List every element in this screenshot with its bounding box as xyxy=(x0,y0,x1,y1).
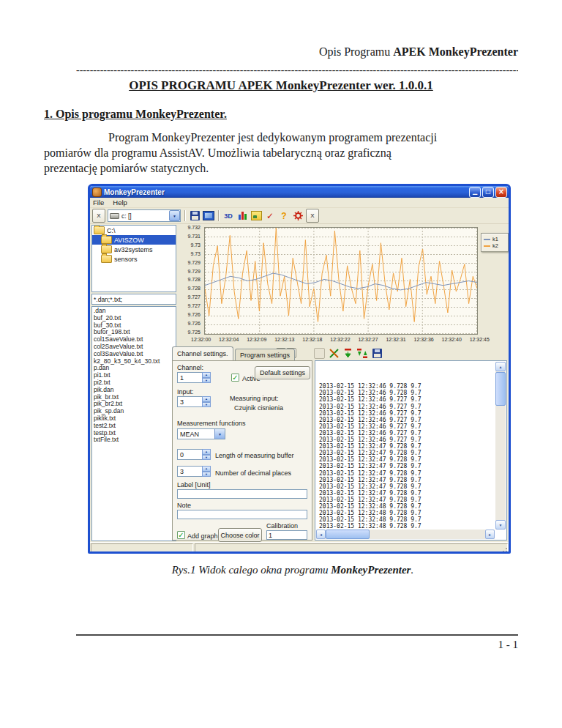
input-value[interactable]: 3 xyxy=(177,396,202,407)
scroll-right-icon[interactable]: ► xyxy=(485,530,495,539)
decimals-stepper[interactable]: 3 ▲▼ xyxy=(177,466,211,477)
exit-button[interactable]: X xyxy=(306,209,319,223)
spin-up-icon[interactable]: ▲ xyxy=(202,396,211,402)
y-tick-label: 9.729 xyxy=(187,260,201,265)
app-icon xyxy=(92,187,102,197)
decimals-value[interactable]: 3 xyxy=(177,466,202,477)
disabled-button xyxy=(314,348,325,359)
x-tick-label: 12:32:45 xyxy=(470,337,490,342)
clear-data-icon[interactable] xyxy=(329,349,339,358)
check-icon: ✓ xyxy=(266,212,274,220)
view-3d-button[interactable]: 3D xyxy=(222,209,234,222)
x-tick-label: 12:32:36 xyxy=(414,337,434,342)
combo-arrow-icon[interactable]: ▼ xyxy=(214,429,225,439)
titlebar[interactable]: MonkeyPrezenter ▁ □ × xyxy=(90,186,509,198)
header-product-name: APEK MonkeyPrezenter xyxy=(393,45,518,58)
data-row: 2013-02-15 12:32:47 9.728 9.7 xyxy=(319,443,495,450)
horizontal-scrollbar[interactable]: ◄ ► xyxy=(316,530,495,539)
note-field[interactable] xyxy=(177,510,307,519)
spin-down-icon[interactable]: ▼ xyxy=(202,378,211,384)
tree-item-label: sensors xyxy=(114,256,138,263)
calibration-field[interactable]: 1 xyxy=(266,530,307,540)
file-list-item[interactable]: txtFile.txt xyxy=(94,437,176,444)
save-data-icon[interactable] xyxy=(372,349,382,358)
close-button[interactable]: × xyxy=(495,187,507,198)
spin-up-icon[interactable]: ▲ xyxy=(202,372,211,378)
chart-svg xyxy=(205,228,477,334)
scroll-left-icon[interactable]: ◄ xyxy=(316,530,326,539)
3d-label: 3D xyxy=(224,212,233,220)
data-row: 2013-02-15 12:32:47 9.728 9.7 xyxy=(319,450,495,456)
folder-icon xyxy=(101,236,112,244)
y-tick-label: 9.726 xyxy=(187,321,201,326)
data-rows[interactable]: 2013-02-15 12:32:46 9.728 9.72013-02-15 … xyxy=(317,363,495,530)
buffer-stepper[interactable]: 0 ▲▼ xyxy=(177,449,211,460)
question-icon: ? xyxy=(281,211,286,221)
data-row: 2013-02-15 12:32:46 9.728 9.7 xyxy=(319,383,495,390)
measuring-input-label: Measuring input: xyxy=(230,395,279,402)
transfer-data-icon[interactable] xyxy=(357,349,368,358)
menu-item[interactable]: Help xyxy=(113,198,127,207)
caption-text: Rys.1 Widok calego okna programu xyxy=(172,564,331,576)
graph-button[interactable] xyxy=(236,209,248,222)
spin-down-icon[interactable]: ▼ xyxy=(202,402,211,408)
scroll-down-icon[interactable]: ▼ xyxy=(495,520,506,530)
settings-button[interactable] xyxy=(292,209,304,222)
add-graph-checkbox[interactable]: ✓ xyxy=(177,531,185,539)
tab[interactable]: Channel settings. xyxy=(172,346,233,360)
figure-caption: Rys.1 Widok calego okna programu MonkeyP… xyxy=(88,564,498,576)
calibration-label: Calibration xyxy=(266,522,298,530)
scroll-up-icon[interactable]: ▲ xyxy=(495,362,506,371)
y-tick-label: 9.731 xyxy=(187,234,201,239)
legend-item: k2 xyxy=(484,242,506,249)
intro-paragraph: Program MonkeyPrezenter jest dedykowanym… xyxy=(44,130,520,176)
header-text: Opis Programu xyxy=(319,45,393,58)
combo-arrow-icon[interactable]: ▼ xyxy=(169,210,180,221)
tree-item[interactable]: sensors xyxy=(92,254,176,264)
filter-input[interactable]: *.dan;*.txt; xyxy=(91,294,176,305)
save-button[interactable] xyxy=(189,209,201,222)
confirm-button[interactable]: ✓ xyxy=(264,209,276,222)
status-bar xyxy=(90,542,509,554)
resize-grip[interactable] xyxy=(501,546,508,553)
horizontal-scroll-thumb[interactable] xyxy=(326,530,370,539)
help-button[interactable]: ? xyxy=(278,209,290,222)
close-file-button[interactable]: X xyxy=(92,209,105,223)
channel-value[interactable]: 1 xyxy=(177,372,202,383)
vertical-scrollbar[interactable]: ▲ ▼ xyxy=(495,362,506,530)
legend-color-dash xyxy=(484,245,490,247)
image-button[interactable] xyxy=(250,209,262,222)
drive-combo[interactable]: c: [] ▼ xyxy=(108,209,181,222)
input-stepper[interactable]: 3 ▲▼ xyxy=(177,396,211,407)
spin-down-icon[interactable]: ▼ xyxy=(202,472,211,478)
chart-legend[interactable]: k1 k2 xyxy=(481,233,509,252)
default-settings-button[interactable]: Default settings xyxy=(255,366,310,379)
functions-combo[interactable]: MEAN ▼ xyxy=(177,428,225,439)
y-tick-label: 9.729 xyxy=(187,269,201,274)
maximize-button[interactable]: □ xyxy=(482,187,494,198)
spin-down-icon[interactable]: ▼ xyxy=(202,455,211,461)
import-data-icon[interactable] xyxy=(343,349,353,358)
channel-stepper[interactable]: 1 ▲▼ xyxy=(177,372,211,383)
tab[interactable]: Program settings xyxy=(235,349,295,360)
menu-item[interactable]: File xyxy=(93,198,104,207)
y-tick-label: 9.728 xyxy=(187,277,201,282)
measuring-input-value: Czujnik cisnienia xyxy=(234,404,283,412)
minimize-button[interactable]: ▁ xyxy=(469,187,481,198)
drive-combo-value: c: [] xyxy=(121,212,132,220)
label-unit-field[interactable] xyxy=(177,489,307,499)
document-title: OPIS PROGRAMU APEK MonkeyPrezenter wer. … xyxy=(44,78,518,93)
main-toolbar: X c: [] ▼ 3D ✓ ? X xyxy=(90,208,509,224)
y-tick-label: 9.725 xyxy=(187,330,201,335)
buffer-value[interactable]: 0 xyxy=(177,449,202,460)
menubar: FileHelp xyxy=(90,198,509,208)
data-toolbar xyxy=(314,347,382,360)
vertical-scroll-thumb[interactable] xyxy=(495,372,506,406)
report-button[interactable] xyxy=(203,209,214,222)
choose-color-button[interactable]: Choose color xyxy=(218,528,262,542)
x-tick-label: 12:32:18 xyxy=(302,337,322,342)
spin-up-icon[interactable]: ▲ xyxy=(202,466,211,472)
active-checkbox[interactable]: ✓ xyxy=(231,374,239,382)
spin-up-icon[interactable]: ▲ xyxy=(202,449,211,455)
data-row: 2013-02-15 12:32:47 9.728 9.7 xyxy=(319,497,495,503)
